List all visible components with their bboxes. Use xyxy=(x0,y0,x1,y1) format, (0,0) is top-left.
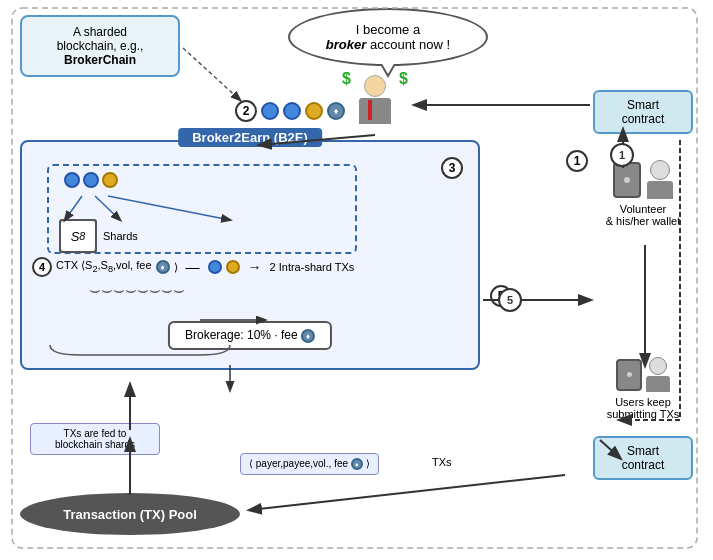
step4-circle: 4 xyxy=(32,257,52,277)
shard-s8: S8 xyxy=(59,219,97,253)
step3-circle: 3 xyxy=(441,157,463,179)
txs-fed-text: TXs are fed to blockchain shards xyxy=(55,428,135,450)
tx-pool: Transaction (TX) Pool xyxy=(20,493,240,535)
smart-contract-top: Smart contract xyxy=(593,90,693,134)
txs-fed-box: TXs are fed to blockchain shards xyxy=(30,423,160,455)
shards-dashed-box: S1 S2 … S8 … Shards xyxy=(47,164,357,254)
volunteer-label: Volunteer& his/her wallet xyxy=(588,203,698,227)
brokerage-text: Brokerage: 10% · fee xyxy=(185,328,301,342)
tx-pool-text: Transaction (TX) Pool xyxy=(63,507,197,522)
speech-bold: broker xyxy=(326,37,366,52)
step5-circle: 5 xyxy=(490,285,512,307)
coins-in-shards xyxy=(64,172,118,188)
coin-eth-1: ♦ xyxy=(327,102,345,120)
b2e-title: Broker2Earn (B2E) xyxy=(178,128,322,147)
step1-circle: 1 xyxy=(566,150,588,172)
payer-box: ⟨ payer,payee,vol., fee ♦ ⟩ xyxy=(240,453,379,476)
sharded-bold: BrokerChain xyxy=(64,53,136,67)
ctx-area: 4 CTX ⟨S2,S8,vol, fee ♦ ⟩ — → 2 Intra-sh… xyxy=(32,257,354,277)
payer-text: ⟨ payer,payee,vol., fee xyxy=(249,458,351,469)
sharded-blockchain-box: A sharded blockchain, e.g., BrokerChain xyxy=(20,15,180,77)
shards-label: Shards xyxy=(103,230,138,242)
users-submitting-text: Users keepsubmitting TXs xyxy=(588,396,698,420)
sharded-line1: A sharded xyxy=(73,25,127,39)
shard-nodes-row: S1 S2 … S8 … Shards xyxy=(59,228,138,244)
speech-line2: account now ! xyxy=(370,37,450,52)
svg-line-13 xyxy=(250,475,565,510)
speech-line1: I become a xyxy=(356,22,420,37)
coin-gold-1 xyxy=(305,102,323,120)
intrashard-label: 2 Intra-shard TXs xyxy=(270,261,355,273)
coin-blue-1 xyxy=(261,102,279,120)
step3-area: 3 xyxy=(441,157,463,179)
brokerage-box: Brokerage: 10% · fee ♦ xyxy=(168,321,332,351)
step1-area: 1 xyxy=(566,150,588,172)
sharded-line2: blockchain, e.g., xyxy=(57,39,144,53)
curly-brace: ⌣⌣⌣⌣⌣⌣⌣⌣ xyxy=(37,280,237,301)
volunteer-area: Volunteer& his/her wallet xyxy=(588,160,698,227)
smart-contract-bottom: Smart contract xyxy=(593,436,693,480)
b2e-outer-box: Broker2Earn (B2E) S1 S2 … S8 … Shards 3 xyxy=(20,140,480,370)
diagram-container: I become a broker account now ! A sharde… xyxy=(0,0,713,560)
ctx-text: CTX ⟨S2,S8,vol, fee xyxy=(56,259,152,274)
speech-bubble: I become a broker account now ! xyxy=(288,8,488,66)
txs-label: TXs xyxy=(432,456,452,468)
broker-figure: $ $ xyxy=(350,75,400,135)
step2-area: 2 ♦ xyxy=(235,100,345,122)
step2-circle: 2 xyxy=(235,100,257,122)
users-label: Users keepsubmitting TXs xyxy=(588,357,698,420)
step5-area: 5 xyxy=(490,285,512,307)
coin-blue-2 xyxy=(283,102,301,120)
